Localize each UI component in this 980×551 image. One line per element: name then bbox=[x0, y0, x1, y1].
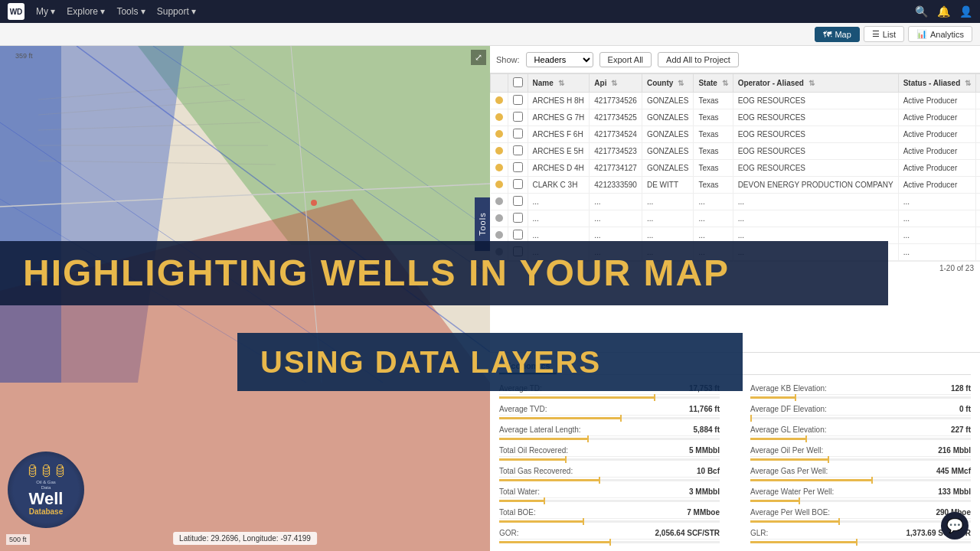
row-checkbox[interactable] bbox=[508, 177, 528, 194]
stat-bar bbox=[750, 438, 971, 440]
row-status: Active Producer bbox=[898, 126, 975, 143]
table-row[interactable]: ARCHES G 7H 4217734525 GONZALES Texas EO… bbox=[491, 109, 981, 126]
map-view-button[interactable]: 🗺 Map bbox=[815, 27, 859, 42]
stat-row: GOR: 2,056.64 SCF/STR bbox=[499, 527, 720, 540]
stat-value: 128 ft bbox=[951, 384, 971, 393]
stat-bar bbox=[750, 417, 971, 419]
nav-tools[interactable]: Tools ▾ bbox=[116, 6, 145, 17]
table-row[interactable]: ARCHES E 5H 4217734523 GONZALES Texas EO… bbox=[491, 143, 981, 160]
row-state: Texas bbox=[694, 126, 733, 143]
stat-label: Average DF Elevation: bbox=[750, 405, 953, 413]
stat-label: Average Water Per Well: bbox=[750, 487, 932, 496]
stat-block: Total BOE: 7 MMboe bbox=[499, 505, 720, 526]
row-indicator bbox=[491, 177, 508, 194]
search-icon[interactable]: 🔍 bbox=[915, 5, 928, 18]
row-state: Texas bbox=[694, 93, 733, 109]
stat-bar bbox=[750, 500, 971, 502]
col-checkbox[interactable] bbox=[508, 74, 528, 93]
row-checkbox[interactable] bbox=[508, 93, 528, 109]
stat-block: Average DF Elevation: 0 ft bbox=[750, 402, 971, 422]
stat-label: Average Lateral Length: bbox=[499, 425, 688, 434]
stat-label: GOR: bbox=[499, 529, 649, 537]
stat-value: 5 MMbbl bbox=[689, 446, 720, 455]
col-operator[interactable]: Operator - Aliased ⇅ bbox=[733, 74, 898, 93]
row-operator: EOG RESOURCES bbox=[733, 143, 898, 160]
row-state: Texas bbox=[694, 160, 733, 177]
map-distance-label: 359 ft bbox=[15, 52, 33, 60]
analytics-view-button[interactable]: 📊 Analytics bbox=[908, 26, 972, 42]
table-row[interactable]: ARCHES F 6H 4217734524 GONZALES Texas EO… bbox=[491, 126, 981, 143]
select-all-checkbox[interactable] bbox=[513, 77, 523, 87]
row-checkbox[interactable] bbox=[508, 194, 528, 210]
table-row[interactable]: ... ... ... ... ... ... BLACK OIL bbox=[491, 210, 981, 227]
row-county: GONZALES bbox=[642, 109, 693, 126]
stat-value: 11,766 ft bbox=[689, 405, 720, 413]
stat-block: Average TVD: 11,766 ft bbox=[499, 402, 720, 422]
table-row[interactable]: CLARK C 3H 4212333590 DE WITT Texas DEVO… bbox=[491, 177, 981, 194]
row-api: ... bbox=[590, 194, 642, 210]
row-checkbox[interactable] bbox=[508, 143, 528, 160]
row-checkbox[interactable] bbox=[508, 210, 528, 227]
col-state[interactable]: State ⇅ bbox=[694, 74, 733, 93]
row-status: ... bbox=[898, 194, 975, 210]
row-checkbox[interactable] bbox=[508, 126, 528, 143]
show-select[interactable]: Headers bbox=[526, 52, 593, 67]
row-checkbox[interactable] bbox=[508, 160, 528, 177]
row-county: ... bbox=[642, 194, 693, 210]
overlay-banner-2: USING DATA LAYERS bbox=[237, 333, 743, 391]
list-icon: ☰ bbox=[872, 29, 880, 39]
stat-bar bbox=[499, 417, 720, 419]
col-status[interactable]: Status - Aliased ⇅ bbox=[898, 74, 975, 93]
row-operator: DEVON ENERGY PRODUCTION COMPANY bbox=[733, 177, 898, 194]
table-row[interactable]: ... ... ... ... ... ... BLACK OIL bbox=[491, 194, 981, 210]
stat-value: 445 MMcf bbox=[936, 467, 971, 475]
row-well-type: BLACK OIL bbox=[976, 93, 980, 109]
stat-value: 3 MMbbl bbox=[689, 487, 720, 496]
row-checkbox[interactable] bbox=[508, 109, 528, 126]
stat-row: Total Gas Recovered: 10 Bcf bbox=[499, 465, 720, 478]
col-api[interactable]: Api ⇅ bbox=[590, 74, 642, 93]
map-expand-icon[interactable]: ⤢ bbox=[471, 50, 486, 65]
notification-icon[interactable]: 🔔 bbox=[937, 5, 950, 18]
row-well-type: BLACK OIL bbox=[976, 210, 980, 227]
main-area: 359 ft Filters Tools ⤢ 🛢🛢🛢 Oil & GasData… bbox=[0, 46, 980, 551]
table-row[interactable]: ARCHES D 4H 4217734127 GONZALES Texas EO… bbox=[491, 160, 981, 177]
col-county[interactable]: County ⇅ bbox=[642, 74, 693, 93]
stat-label: GLR: bbox=[750, 529, 900, 537]
stat-label: Average TVD: bbox=[499, 405, 683, 413]
row-operator: EOG RESOURCES bbox=[733, 109, 898, 126]
row-county: GONZALES bbox=[642, 160, 693, 177]
add-to-project-button[interactable]: Add All to Project bbox=[658, 52, 739, 67]
stat-block: Average KB Elevation: 128 ft bbox=[750, 381, 971, 402]
table-row[interactable]: ARCHES H 8H 4217734526 GONZALES Texas EO… bbox=[491, 93, 981, 109]
user-icon[interactable]: 👤 bbox=[959, 5, 972, 18]
list-view-button[interactable]: ☰ List bbox=[864, 26, 904, 42]
chat-icon[interactable]: 💬 bbox=[941, 512, 969, 540]
stat-value: 0 ft bbox=[959, 405, 971, 413]
nav-my[interactable]: My ▾ bbox=[36, 6, 55, 17]
col-well-type[interactable]: Well Type - Aliased ⇅ bbox=[976, 74, 980, 93]
nav-support[interactable]: Support ▾ bbox=[157, 6, 196, 17]
map-scale: 500 ft bbox=[6, 534, 30, 545]
row-name: ... bbox=[528, 194, 590, 210]
stat-block: Average Water Per Well: 133 Mbbl bbox=[750, 484, 971, 505]
stat-row: Total BOE: 7 MMboe bbox=[499, 507, 720, 519]
analytics-icon: 📊 bbox=[916, 29, 927, 39]
row-name: ARCHES F 6H bbox=[528, 126, 590, 143]
row-api: 4217734127 bbox=[590, 160, 642, 177]
col-name[interactable]: Name ⇅ bbox=[528, 74, 590, 93]
row-state: ... bbox=[694, 194, 733, 210]
row-api: 4212333590 bbox=[590, 177, 642, 194]
stat-row: Average GL Elevation: 227 ft bbox=[750, 424, 971, 436]
row-operator: ... bbox=[733, 194, 898, 210]
well-table[interactable]: Name ⇅ Api ⇅ County ⇅ State ⇅ Operator -… bbox=[490, 73, 980, 352]
stats-grid: Average TD: 17,753 ft Average TVD: 11,76… bbox=[499, 381, 971, 546]
row-well-type: BLACK OIL bbox=[976, 227, 980, 244]
nav-explore[interactable]: Explore ▾ bbox=[67, 6, 105, 17]
export-all-button[interactable]: Export All bbox=[599, 52, 652, 67]
stat-row: Average Per Well BOE: 290 Mboe bbox=[750, 507, 971, 519]
stat-label: Average KB Elevation: bbox=[750, 384, 945, 393]
wells-data-table: Name ⇅ Api ⇅ County ⇅ State ⇅ Operator -… bbox=[490, 73, 980, 261]
row-api: 4217734526 bbox=[590, 93, 642, 109]
stat-block: GLR: 1,373.69 SCF/STR bbox=[750, 526, 971, 546]
